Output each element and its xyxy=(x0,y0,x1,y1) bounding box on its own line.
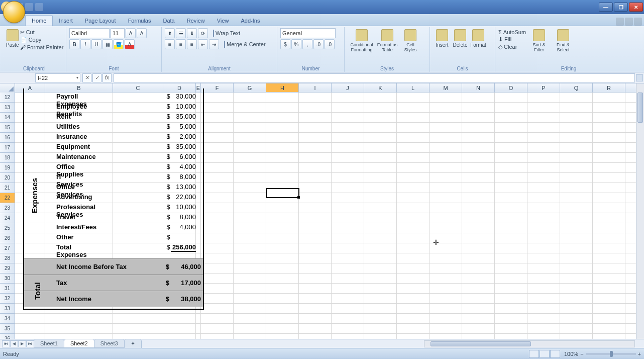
row-header-16[interactable]: 16 xyxy=(0,133,15,143)
col-header-M[interactable]: M xyxy=(430,83,462,92)
sheet-tab-3[interactable]: Sheet3 xyxy=(94,339,125,348)
increase-decimal-button[interactable]: .0 xyxy=(313,39,324,49)
font-name-input[interactable] xyxy=(69,28,110,38)
format-as-table-button[interactable]: Format as Table xyxy=(376,28,399,65)
office-button[interactable] xyxy=(3,1,25,23)
align-top-button[interactable]: ⬆ xyxy=(165,28,175,38)
col-header-L[interactable]: L xyxy=(397,83,430,92)
paste-button[interactable]: Paste xyxy=(5,28,20,65)
col-header-N[interactable]: N xyxy=(462,83,495,92)
prev-sheet-button[interactable]: ◀ xyxy=(10,340,18,347)
sort-filter-button[interactable]: Sort & Filter xyxy=(528,28,550,65)
close-button[interactable]: ✕ xyxy=(629,3,643,12)
row-header-20[interactable]: 20 xyxy=(0,173,15,183)
row-header-23[interactable]: 23 xyxy=(0,203,15,213)
row-header-29[interactable]: 29 xyxy=(0,263,15,274)
next-sheet-button[interactable]: ▶ xyxy=(18,340,26,347)
row-header-25[interactable]: 25 xyxy=(0,223,15,233)
horizontal-scrollbar[interactable] xyxy=(424,340,635,347)
percent-button[interactable]: % xyxy=(291,39,301,49)
insert-cells-button[interactable]: Insert xyxy=(433,28,451,65)
shrink-font-button[interactable]: A xyxy=(137,28,147,38)
row-header-19[interactable]: 19 xyxy=(0,163,15,173)
page-break-view-button[interactable] xyxy=(550,350,560,358)
col-header-K[interactable]: K xyxy=(364,83,397,92)
fill-button[interactable]: ⬇ Fill xyxy=(498,36,526,43)
col-header-P[interactable]: P xyxy=(527,83,560,92)
help-icon[interactable] xyxy=(616,18,624,26)
tab-review[interactable]: Review xyxy=(181,16,211,26)
decrease-indent-button[interactable]: ⇤ xyxy=(198,39,208,49)
format-painter-button[interactable]: 🖌 Format Painter xyxy=(20,44,64,50)
decrease-decimal-button[interactable]: .0 xyxy=(325,39,335,49)
zoom-in-button[interactable]: + xyxy=(638,351,641,357)
col-header-O[interactable]: O xyxy=(495,83,527,92)
align-middle-button[interactable]: ☰ xyxy=(176,28,186,38)
col-header-E[interactable]: E xyxy=(196,83,201,92)
accounting-button[interactable]: $ xyxy=(280,39,290,49)
tab-page-layout[interactable]: Page Layout xyxy=(79,16,122,26)
page-layout-view-button[interactable] xyxy=(540,350,550,358)
increase-indent-button[interactable]: ⇥ xyxy=(209,39,219,49)
grow-font-button[interactable]: A xyxy=(126,28,136,38)
row-header-32[interactable]: 32 xyxy=(0,294,15,304)
col-header-D[interactable]: D xyxy=(163,83,196,92)
enter-formula-icon[interactable]: ✓ xyxy=(92,73,101,82)
font-color-button[interactable]: A xyxy=(125,39,135,49)
font-size-input[interactable] xyxy=(111,28,125,38)
format-cells-button[interactable]: Format xyxy=(469,28,487,65)
tab-insert[interactable]: Insert xyxy=(53,16,79,26)
tab-addins[interactable]: Add-Ins xyxy=(235,16,266,26)
sheet-tab-2[interactable]: Sheet2 xyxy=(64,339,94,348)
row-header-24[interactable]: 24 xyxy=(0,213,15,223)
undo-icon[interactable] xyxy=(25,3,33,11)
underline-button[interactable]: U xyxy=(91,39,101,49)
find-select-button[interactable]: Find & Select xyxy=(552,28,574,65)
align-right-button[interactable]: ≡ xyxy=(187,39,197,49)
number-format-select[interactable] xyxy=(280,28,336,38)
merge-center-button[interactable]: Merge & Center xyxy=(224,41,266,47)
col-header-H[interactable]: H xyxy=(266,83,299,92)
redo-icon[interactable] xyxy=(35,3,43,11)
row-header-17[interactable]: 17 xyxy=(0,143,15,153)
tab-formulas[interactable]: Formulas xyxy=(122,16,157,26)
zoom-control[interactable]: 100% − + xyxy=(564,351,641,357)
row-header-12[interactable]: 12 xyxy=(0,93,15,103)
bold-button[interactable]: B xyxy=(69,39,79,49)
expand-formula-bar[interactable] xyxy=(636,74,643,81)
align-bottom-button[interactable]: ⬇ xyxy=(187,28,197,38)
orientation-button[interactable]: ⟳ xyxy=(198,28,208,38)
row-header-34[interactable]: 34 xyxy=(0,314,15,324)
row-header-31[interactable]: 31 xyxy=(0,284,15,294)
autosum-button[interactable]: Σ AutoSum xyxy=(498,29,526,35)
normal-view-button[interactable] xyxy=(529,350,539,358)
col-header-I[interactable]: I xyxy=(299,83,332,92)
col-header-R[interactable]: R xyxy=(593,83,625,92)
name-box[interactable]: H22 xyxy=(35,73,80,82)
spreadsheet-grid[interactable]: ABCDEFGHIJKLMNOPQR 121314151617181920212… xyxy=(0,83,644,339)
tab-view[interactable]: View xyxy=(211,16,235,26)
minimize-ribbon-icon[interactable] xyxy=(625,18,633,26)
last-sheet-button[interactable]: ⏭ xyxy=(26,340,34,347)
row-header-30[interactable]: 30 xyxy=(0,274,15,284)
wrap-text-button[interactable]: Wrap Text xyxy=(213,30,240,36)
border-button[interactable]: ▦ xyxy=(102,39,113,49)
close-doc-icon[interactable] xyxy=(634,18,642,26)
delete-cells-button[interactable]: Delete xyxy=(451,28,469,65)
cut-button[interactable]: ✂ Cut xyxy=(20,29,64,36)
row-header-27[interactable]: 27 xyxy=(0,243,15,253)
col-header-G[interactable]: G xyxy=(234,83,266,92)
align-left-button[interactable]: ≡ xyxy=(165,39,175,49)
conditional-formatting-button[interactable]: Conditional Formatting xyxy=(348,28,376,65)
cancel-formula-icon[interactable]: ✕ xyxy=(82,73,91,82)
vertical-scrollbar[interactable] xyxy=(636,83,644,339)
row-header-14[interactable]: 14 xyxy=(0,113,15,123)
new-sheet-button[interactable]: ✦ xyxy=(124,339,142,348)
tab-data[interactable]: Data xyxy=(157,16,180,26)
comma-button[interactable]: , xyxy=(302,39,312,49)
clear-button[interactable]: ◇ Clear xyxy=(498,44,526,50)
sheet-tab-1[interactable]: Sheet1 xyxy=(34,339,64,348)
select-all-corner[interactable] xyxy=(0,83,15,93)
row-header-15[interactable]: 15 xyxy=(0,123,15,133)
row-header-36[interactable]: 36 xyxy=(0,334,15,339)
